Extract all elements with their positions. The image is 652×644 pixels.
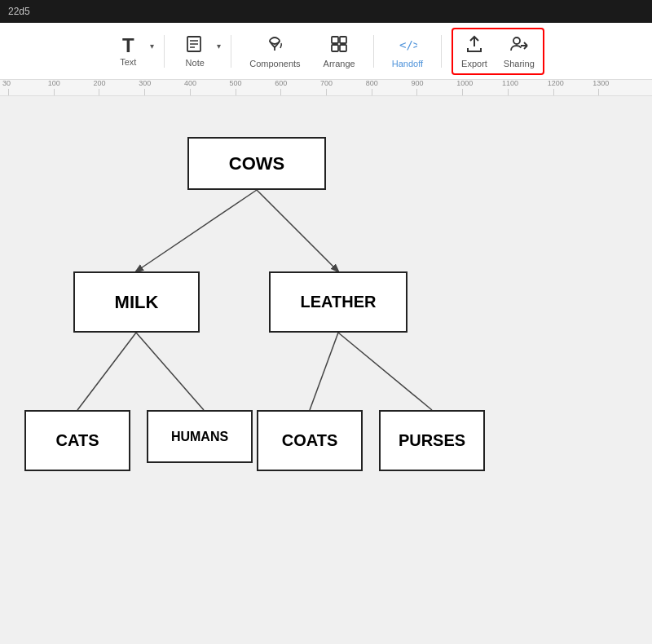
titlebar: 22d5 bbox=[0, 0, 652, 23]
ruler-mark: 400 bbox=[190, 89, 236, 95]
divider-3 bbox=[373, 35, 374, 68]
divider-4 bbox=[441, 35, 442, 68]
toolbar: T Text ▾ Note ▾ bbox=[0, 23, 652, 80]
ruler-mark: 1200 bbox=[553, 89, 599, 95]
ruler-mark: 300 bbox=[144, 89, 190, 95]
components-icon bbox=[265, 34, 284, 57]
node-milk[interactable]: MILK bbox=[73, 271, 200, 333]
svg-line-12 bbox=[77, 333, 136, 410]
svg-line-15 bbox=[338, 333, 432, 410]
ruler-marks: 30 100 200 300 400 500 600 700 800 900 1… bbox=[0, 80, 652, 95]
node-leather[interactable]: LEATHER bbox=[269, 271, 408, 333]
svg-line-11 bbox=[257, 190, 338, 271]
svg-rect-4 bbox=[332, 37, 338, 43]
note-tool[interactable]: Note bbox=[174, 30, 215, 73]
node-cows-label: COWS bbox=[229, 153, 284, 174]
export-label: Export bbox=[461, 59, 487, 68]
node-cows[interactable]: COWS bbox=[187, 137, 326, 190]
node-coats[interactable]: COATS bbox=[257, 410, 363, 471]
sharing-tool[interactable]: Sharing bbox=[496, 29, 543, 73]
svg-line-10 bbox=[136, 190, 257, 271]
note-arrow[interactable]: ▾ bbox=[217, 42, 221, 51]
ruler-mark: 30 bbox=[8, 89, 54, 95]
ruler-mark: 700 bbox=[326, 89, 372, 95]
components-tool[interactable]: Components bbox=[241, 29, 308, 73]
divider-2 bbox=[231, 35, 231, 68]
note-label: Note bbox=[186, 58, 205, 68]
node-milk-label: MILK bbox=[115, 292, 159, 313]
ruler: 30 100 200 300 400 500 600 700 800 900 1… bbox=[0, 80, 652, 96]
window-title: 22d5 bbox=[8, 6, 30, 17]
handoff-tool[interactable]: </> Handoff bbox=[384, 29, 431, 73]
node-cats-label: CATS bbox=[56, 431, 99, 450]
export-tool[interactable]: Export bbox=[453, 29, 496, 73]
arrange-icon bbox=[329, 34, 349, 57]
sharing-label: Sharing bbox=[504, 59, 535, 68]
text-icon: T bbox=[122, 36, 134, 55]
ruler-mark: 600 bbox=[280, 89, 326, 95]
arrange-label: Arrange bbox=[324, 59, 355, 68]
node-leather-label: LEATHER bbox=[301, 293, 377, 311]
ruler-mark: 1000 bbox=[462, 89, 508, 95]
arrange-tool[interactable]: Arrange bbox=[315, 29, 363, 73]
sharing-icon bbox=[509, 34, 529, 57]
svg-line-14 bbox=[310, 333, 338, 410]
text-tool[interactable]: T Text bbox=[108, 31, 148, 72]
components-label: Components bbox=[249, 59, 300, 68]
node-cats[interactable]: CATS bbox=[24, 410, 130, 471]
ruler-mark: 800 bbox=[372, 89, 417, 95]
divider-1 bbox=[164, 35, 165, 68]
canvas[interactable]: COWS MILK LEATHER CATS HUMANS COATS PURS… bbox=[0, 96, 652, 644]
svg-rect-7 bbox=[340, 45, 346, 51]
note-icon bbox=[186, 35, 204, 56]
svg-point-9 bbox=[513, 37, 520, 44]
ruler-mark: 900 bbox=[416, 89, 462, 95]
node-humans-label: HUMANS bbox=[171, 430, 228, 444]
ruler-mark: 200 bbox=[99, 89, 144, 95]
handoff-label: Handoff bbox=[392, 59, 423, 68]
handoff-icon: </> bbox=[398, 34, 417, 57]
node-purses-label: PURSES bbox=[399, 431, 465, 450]
diagram-lines bbox=[24, 121, 595, 593]
ruler-mark: 500 bbox=[236, 89, 281, 95]
ruler-mark: 1300 bbox=[598, 89, 644, 95]
svg-line-13 bbox=[136, 333, 204, 410]
ruler-mark: 100 bbox=[54, 89, 99, 95]
svg-rect-6 bbox=[332, 45, 338, 51]
ruler-mark: 1100 bbox=[508, 89, 553, 95]
diagram: COWS MILK LEATHER CATS HUMANS COATS PURS… bbox=[24, 121, 595, 593]
text-label: Text bbox=[120, 57, 136, 67]
svg-text:</>: </> bbox=[399, 38, 417, 51]
export-icon bbox=[465, 34, 484, 57]
svg-rect-5 bbox=[340, 37, 346, 43]
node-purses[interactable]: PURSES bbox=[379, 410, 485, 471]
node-humans[interactable]: HUMANS bbox=[147, 410, 253, 463]
text-arrow[interactable]: ▾ bbox=[150, 42, 154, 51]
node-coats-label: COATS bbox=[282, 431, 338, 450]
